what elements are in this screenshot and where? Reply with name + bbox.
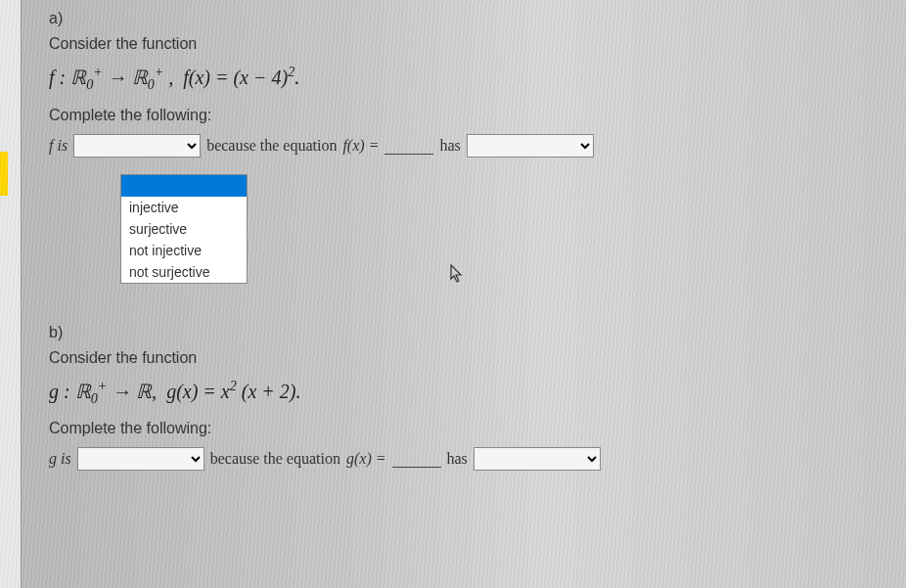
part-b-label: b) xyxy=(49,324,881,341)
because-text-b: because the equation xyxy=(210,450,340,468)
g-is-label: g is xyxy=(49,450,71,468)
blank-input-b[interactable] xyxy=(392,450,441,468)
highlight-marker xyxy=(0,152,8,196)
f-is-label: f is xyxy=(49,137,68,155)
part-a-answer-line: f is because the equation f(x) = has xyxy=(49,134,881,158)
blank-input-a[interactable] xyxy=(385,137,433,155)
main-content: a) Consider the function f : ℝ0+ → ℝ0+ ,… xyxy=(29,0,900,480)
g-solutions-select[interactable] xyxy=(474,447,601,471)
part-b-formula: g : ℝ0+ → ℝ, g(x) = x2 (x + 2). xyxy=(49,379,881,407)
has-text-b: has xyxy=(447,450,468,468)
left-sidebar xyxy=(0,0,22,588)
dropdown-option-surjective[interactable]: surjective xyxy=(121,218,247,240)
f-solutions-select[interactable] xyxy=(467,134,594,158)
part-a-label: a) xyxy=(49,10,881,27)
f-property-select[interactable] xyxy=(73,134,201,158)
part-a-complete: Complete the following: xyxy=(49,107,881,124)
part-b-complete: Complete the following: xyxy=(49,420,881,437)
dropdown-option-injective[interactable]: injective xyxy=(121,197,247,218)
part-b-answer-line: g is because the equation g(x) = has xyxy=(49,447,881,471)
part-b-intro: Consider the function xyxy=(49,349,881,367)
gx-equals: g(x) = xyxy=(346,450,386,468)
cursor-icon xyxy=(450,264,466,289)
part-a-formula: f : ℝ0+ → ℝ0+ , f(x) = (x − 4)2. xyxy=(49,65,881,93)
dropdown-menu-open: injective surjective not injective not s… xyxy=(120,174,248,284)
part-a-intro: Consider the function xyxy=(49,35,881,53)
dropdown-option-blank[interactable] xyxy=(121,175,247,197)
because-text-a: because the equation xyxy=(206,137,337,155)
dropdown-option-not-injective[interactable]: not injective xyxy=(121,240,247,261)
fx-equals: f(x) = xyxy=(342,137,379,155)
has-text-a: has xyxy=(439,137,460,155)
g-property-select[interactable] xyxy=(77,447,204,471)
part-b-section: b) Consider the function g : ℝ0+ → ℝ, g(… xyxy=(49,324,881,472)
dropdown-option-not-surjective[interactable]: not surjective xyxy=(121,261,247,283)
